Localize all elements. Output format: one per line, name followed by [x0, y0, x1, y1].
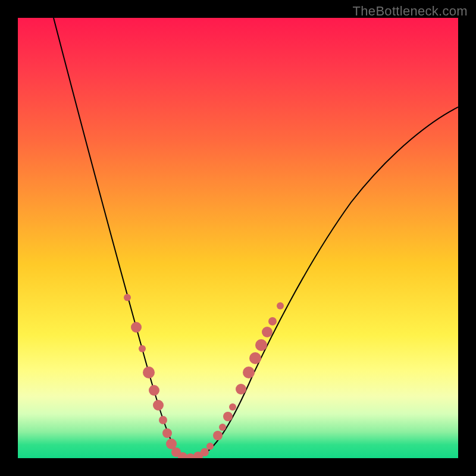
curve-marker: [213, 431, 223, 440]
marker-group: [124, 294, 284, 458]
curve-marker: [162, 428, 172, 438]
curve-marker: [131, 322, 142, 333]
watermark-text: TheBottleneck.com: [353, 4, 468, 19]
curve-marker: [206, 443, 214, 450]
curve-marker: [243, 367, 255, 378]
curve-marker: [277, 302, 284, 309]
curve-marker: [159, 416, 167, 424]
curve-marker: [153, 400, 164, 411]
plot-area: [18, 18, 458, 458]
curve-marker: [124, 294, 131, 301]
bottleneck-curve: [54, 18, 458, 458]
curve-marker: [249, 352, 261, 364]
curve-marker: [139, 345, 146, 352]
curve-marker: [236, 384, 246, 394]
curve-marker: [255, 339, 267, 351]
curve-marker: [201, 448, 209, 456]
curve-marker: [268, 317, 277, 325]
curve-marker: [143, 367, 155, 378]
chart-svg: [18, 18, 458, 458]
curve-marker: [219, 424, 226, 431]
chart-frame: TheBottleneck.com: [0, 0, 476, 476]
curve-marker: [262, 327, 273, 337]
curve-marker: [149, 385, 159, 396]
curve-marker: [229, 403, 236, 411]
curve-marker: [223, 412, 233, 421]
